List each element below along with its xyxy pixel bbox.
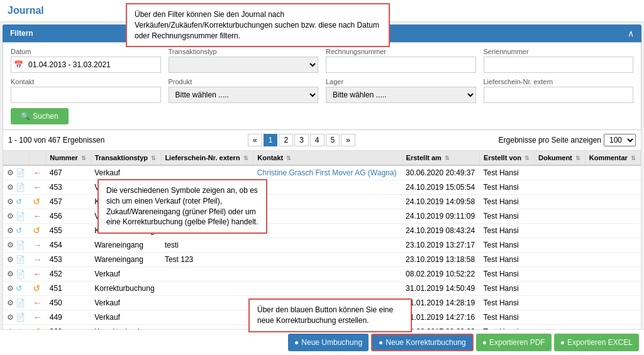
row-erstellt-am: 24.10.2019 15:05:54: [402, 180, 479, 195]
transaction-type-icon: ←: [33, 298, 42, 308]
page-1-btn[interactable]: 1: [264, 134, 278, 146]
doc-icon[interactable]: 📄: [16, 298, 25, 307]
kontakt-link[interactable]: Christine Grasch First Mover AG (Wagna): [257, 168, 397, 177]
th-transaktionstyp[interactable]: Transaktionstyp ⇅: [91, 151, 161, 165]
th-kommentar[interactable]: Kommentar ⇅: [585, 151, 640, 165]
row-dokument: [534, 238, 585, 253]
th-erstellt-von[interactable]: Erstellt von ⇅: [480, 151, 535, 165]
row-actions: ⚙ 📄: [3, 180, 29, 195]
rechnungsnummer-input[interactable]: [326, 57, 476, 73]
row-kontakt: [253, 180, 402, 195]
doc-icon[interactable]: 📄: [16, 168, 25, 177]
row-dokument: [534, 253, 585, 267]
row-lieferschein: [161, 296, 253, 310]
page-3-btn[interactable]: 3: [294, 134, 309, 146]
filter-collapse-icon[interactable]: ∧: [628, 28, 634, 38]
doc-icon[interactable]: 📄: [16, 255, 25, 264]
row-actions: ⚙ ↺: [3, 224, 29, 238]
row-kontakt: Christine Grasch First Mover AG (Wagna): [253, 165, 402, 180]
row-erstellt-von: Test Hansi: [480, 224, 535, 238]
gear-icon[interactable]: ⚙: [7, 298, 14, 307]
doc-icon[interactable]: 📄: [16, 183, 25, 192]
row-kommentar: [585, 180, 640, 195]
row-nummer: 452: [46, 267, 91, 281]
gear-icon[interactable]: ⚙: [7, 284, 14, 293]
row-type-icon: ←: [29, 267, 45, 281]
th-erstellt-am[interactable]: Erstellt am ⇅: [402, 151, 479, 165]
page-next-btn[interactable]: »: [341, 134, 355, 146]
table-row: ⚙ 📄 ← 452 Verkauf 08.02.2019 10:52:22 Te…: [3, 267, 641, 281]
doc-icon[interactable]: 📄: [16, 212, 25, 221]
pagination: « 1 2 3 4 5 »: [248, 134, 355, 146]
filter-panel-title: Filtern: [10, 29, 33, 38]
transaction-type-icon: ←: [33, 182, 42, 192]
table-row: ⚙ 📄 → 453 Wareneingang Test 123 23.10.20…: [3, 253, 641, 267]
results-bar: 1 - 100 von 467 Ergebnissen « 1 2 3 4 5 …: [3, 130, 641, 151]
seriennummer-input[interactable]: [484, 57, 634, 73]
row-erstellt-am: 24.10.2019 09:11:09: [402, 209, 479, 224]
row-erstellt-von: Test Hansi: [480, 238, 535, 253]
th-lieferschein[interactable]: Lieferschein-Nr. extern ⇅: [161, 151, 253, 165]
excel-icon: ●: [560, 338, 565, 347]
gear-icon[interactable]: ⚙: [7, 255, 14, 264]
row-erstellt-von: Test Hansi: [480, 310, 535, 325]
lager-select[interactable]: Bitte wählen .....: [326, 87, 476, 103]
row-erstellt-von: Test Hansi: [480, 281, 535, 296]
row-nummer: 456: [46, 209, 91, 224]
gear-icon[interactable]: ⚙: [7, 313, 14, 322]
page-prev-btn[interactable]: «: [248, 134, 262, 146]
lieferschein-input[interactable]: [484, 87, 634, 103]
row-transaktionstyp: Verkauf: [91, 267, 161, 281]
gear-icon[interactable]: ⚙: [7, 168, 14, 177]
neue-korrekturbuchung-button[interactable]: ● Neue Korrekturbuchung: [371, 334, 474, 351]
row-erstellt-am: 31.01.2019 14:50:49: [402, 281, 479, 296]
produkt-select[interactable]: Bitte wählen .....: [169, 87, 319, 103]
table-row: ⚙ 📄 → 454 Wareneingang testi 23.10.2019 …: [3, 238, 641, 253]
filter-group-kontakt: Kontakt: [11, 78, 161, 103]
doc-icon[interactable]: 📄: [16, 270, 25, 278]
datum-label: Datum: [11, 48, 161, 55]
page-4-btn[interactable]: 4: [310, 134, 325, 146]
produkt-label: Produkt: [169, 78, 319, 85]
doc-icon[interactable]: ↺: [16, 226, 22, 235]
kontakt-label: Kontakt: [11, 78, 161, 85]
row-dokument: [534, 180, 585, 195]
transaktionstyp-select[interactable]: Verkauf Wareneingang Korrekturbuchung: [169, 57, 319, 73]
row-nummer: 449: [46, 310, 91, 325]
exportieren-pdf-button[interactable]: ● Exportieren PDF: [476, 334, 552, 351]
row-type-icon: ↺: [29, 195, 45, 209]
transaktionstyp-label: Transaktionstyp: [169, 48, 319, 55]
th-kontakt[interactable]: Kontakt ⇅: [253, 151, 402, 165]
search-button[interactable]: 🔍 Suchen: [11, 108, 69, 124]
gear-icon[interactable]: ⚙: [7, 270, 14, 278]
neue-umbuchung-button[interactable]: ● Neue Umbuchung: [288, 334, 369, 351]
row-transaktionstyp: Verkauf: [91, 165, 161, 180]
doc-icon[interactable]: 📄: [16, 313, 25, 322]
per-page-select[interactable]: 100 50 25: [604, 134, 636, 146]
page-2-btn[interactable]: 2: [279, 134, 293, 146]
gear-icon[interactable]: ⚙: [7, 226, 14, 235]
gear-icon[interactable]: ⚙: [7, 197, 14, 206]
gear-icon[interactable]: ⚙: [7, 241, 14, 249]
per-page-control: Ergebnisse pro Seite anzeigen 100 50 25: [499, 134, 636, 146]
th-dokument[interactable]: Dokument ⇅: [534, 151, 585, 165]
search-icon: 🔍: [21, 112, 30, 121]
doc-icon[interactable]: 📄: [16, 241, 25, 249]
gear-icon[interactable]: ⚙: [7, 212, 14, 221]
gear-icon[interactable]: ⚙: [7, 183, 14, 192]
doc-icon[interactable]: ↺: [16, 197, 22, 206]
page-5-btn[interactable]: 5: [326, 134, 340, 146]
row-kontakt: [253, 209, 402, 224]
date-input-wrapper[interactable]: 📅: [11, 57, 161, 73]
kontakt-input[interactable]: [11, 87, 161, 103]
row-kontakt: [253, 238, 402, 253]
row-dokument: [534, 267, 585, 281]
th-nummer[interactable]: Nummer ⇅: [46, 151, 91, 165]
doc-icon[interactable]: ↺: [16, 284, 22, 293]
row-kommentar: [585, 238, 640, 253]
transaction-type-icon: ↺: [33, 283, 40, 293]
row-erstellt-von: Test Hansi: [480, 180, 535, 195]
filter-group-transaktionstyp: Transaktionstyp Verkauf Wareneingang Kor…: [169, 48, 319, 73]
exportieren-excel-button[interactable]: ● Exportieren EXCEL: [554, 334, 639, 351]
datum-input[interactable]: [26, 57, 158, 72]
